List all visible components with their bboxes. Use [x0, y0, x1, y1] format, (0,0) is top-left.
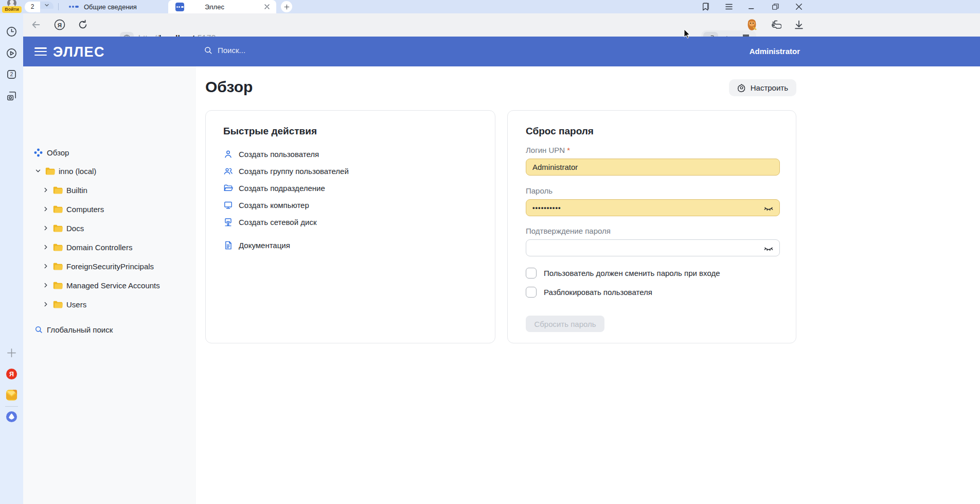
history-icon[interactable] [6, 26, 17, 38]
browser-sidebar: 2 Я [0, 13, 23, 504]
tab-counter[interactable]: 2 [25, 2, 54, 12]
page-title: Обзор [205, 78, 253, 96]
user-icon [223, 149, 233, 159]
sidebar-item-global-search[interactable]: Глобальный поиск [34, 323, 113, 336]
window-close-button[interactable] [794, 2, 804, 11]
browser-tab-strip: Войти 2 Общие сведения Эллес [0, 0, 980, 13]
folder-icon [53, 224, 63, 232]
tab-elles-active[interactable]: Эллес [168, 0, 276, 13]
action-create-network-drive[interactable]: Создать сетевой диск [223, 214, 495, 231]
tabs-panel-icon[interactable]: 2 [6, 68, 17, 80]
checkbox-label: Разблокировать пользователя [544, 288, 652, 297]
mouse-cursor [684, 29, 691, 39]
browser-menu-icon[interactable] [724, 2, 734, 11]
chevron-right-icon[interactable] [42, 224, 49, 232]
chevron-right-icon[interactable] [42, 244, 49, 251]
window-minimize-button[interactable] [747, 2, 756, 11]
add-panel-icon[interactable] [6, 347, 17, 359]
app-header: ЭЛЛЕС Поиск... Administrator [23, 37, 980, 66]
chevron-right-icon[interactable] [42, 186, 49, 194]
password-reset-card: Сброс пароля Логин UPN * Пароль Подтверж… [507, 110, 796, 343]
tree-item-builtin[interactable]: Builtin [42, 184, 87, 196]
window-maximize-button[interactable] [771, 2, 780, 11]
tree-item-domain-controllers[interactable]: Domain Controllers [42, 241, 132, 253]
reload-button[interactable] [77, 19, 88, 30]
back-button[interactable] [30, 19, 42, 30]
app-sidebar: Обзор inno (local) Builtin Computers Doc… [23, 66, 196, 504]
sidebar-item-label: Обзор [47, 148, 69, 157]
action-create-group[interactable]: Создать группу пользователей [223, 163, 495, 180]
eye-closed-icon[interactable] [763, 203, 774, 213]
tree-item-managed-service-accounts[interactable]: Managed Service Accounts [42, 279, 160, 291]
download-button[interactable] [793, 19, 805, 30]
tree-item-label: Managed Service Accounts [66, 281, 160, 290]
video-player-icon[interactable] [6, 47, 17, 59]
chevron-right-icon[interactable] [42, 205, 49, 213]
svg-text:Я: Я [58, 22, 62, 28]
configure-button[interactable]: Настроить [729, 79, 796, 96]
tree-item-foreign-security-principals[interactable]: ForeignSecurityPrincipals [42, 260, 154, 272]
screen: Войти 2 Общие сведения Эллес [0, 0, 980, 504]
tree-item-docs[interactable]: Docs [42, 222, 84, 234]
mail-icon[interactable] [6, 389, 17, 401]
tab-title: Общие сведения [84, 3, 137, 11]
required-mark: * [567, 146, 570, 154]
action-label: Создать пользователя [239, 150, 319, 159]
chevron-right-icon[interactable] [42, 282, 49, 289]
chevron-right-icon[interactable] [42, 301, 49, 308]
bookmark-flag-icon[interactable] [701, 2, 710, 11]
checkbox-unlock[interactable] [526, 287, 537, 298]
folder-icon [53, 300, 63, 308]
checkbox-force-change[interactable] [526, 268, 537, 279]
user-label[interactable]: Administrator [750, 47, 800, 56]
login-input[interactable] [526, 159, 780, 176]
gear-icon [737, 83, 746, 92]
confirm-input[interactable] [526, 239, 780, 256]
checkbox-force-change-row[interactable]: Пользователь должен сменить пароль при в… [526, 268, 720, 279]
app-logo: ЭЛЛЕС [53, 44, 105, 60]
app-menu-icon[interactable] [34, 47, 47, 56]
passwords-icon[interactable] [769, 19, 781, 31]
search-icon [34, 325, 43, 334]
chevron-right-icon[interactable] [42, 263, 49, 270]
tab-title: Эллес [168, 3, 261, 11]
tab-obshchie-svedeniya[interactable]: Общие сведения [62, 0, 165, 13]
configure-label: Настроить [751, 83, 788, 92]
tree-item-label: ForeignSecurityPrincipals [66, 262, 154, 271]
action-label: Создать подразделение [239, 184, 325, 193]
tab-counter-chevron-icon[interactable] [40, 2, 54, 9]
folder-icon [53, 262, 63, 270]
profile-button[interactable]: Войти [2, 0, 22, 13]
eye-closed-icon[interactable] [763, 243, 774, 253]
tree-item-label: Builtin [66, 186, 87, 195]
card-title: Сброс пароля [526, 126, 594, 137]
action-label: Создать компьютер [239, 201, 309, 210]
password-label: Пароль [526, 186, 553, 195]
tree-item-users[interactable]: Users [42, 298, 86, 310]
tree-item-computers[interactable]: Computers [42, 203, 104, 215]
tree-root-inno[interactable]: inno (local) [34, 165, 96, 177]
sidebar-item-overview[interactable]: Обзор [33, 146, 69, 159]
chevron-down-icon[interactable] [34, 167, 42, 175]
reset-password-button[interactable]: Сбросить пароль [526, 316, 604, 332]
action-documentation[interactable]: Документация [223, 237, 495, 254]
monitor-icon [223, 200, 233, 210]
app-search[interactable]: Поиск... [203, 45, 245, 55]
yandex-search-button[interactable]: Я [54, 19, 66, 31]
login-badge[interactable]: Войти [2, 6, 22, 13]
yandex-services-icon[interactable]: Я [6, 368, 17, 380]
action-create-computer[interactable]: Создать компьютер [223, 197, 495, 214]
folder-icon [53, 243, 63, 251]
extension-mascot-icon[interactable] [745, 18, 759, 32]
alice-icon[interactable] [6, 411, 17, 423]
new-tab-button[interactable] [281, 1, 292, 12]
screenshot-icon[interactable] [6, 90, 17, 102]
action-create-user[interactable]: Создать пользователя [223, 146, 495, 163]
tab-close-icon[interactable] [263, 3, 271, 11]
document-icon [223, 240, 233, 250]
action-create-ou[interactable]: Создать подразделение [223, 180, 495, 197]
password-input[interactable] [526, 199, 780, 216]
checkbox-unlock-row[interactable]: Разблокировать пользователя [526, 287, 652, 298]
tab-favicon-dots-icon [69, 6, 79, 8]
card-title: Быстрые действия [223, 126, 495, 137]
